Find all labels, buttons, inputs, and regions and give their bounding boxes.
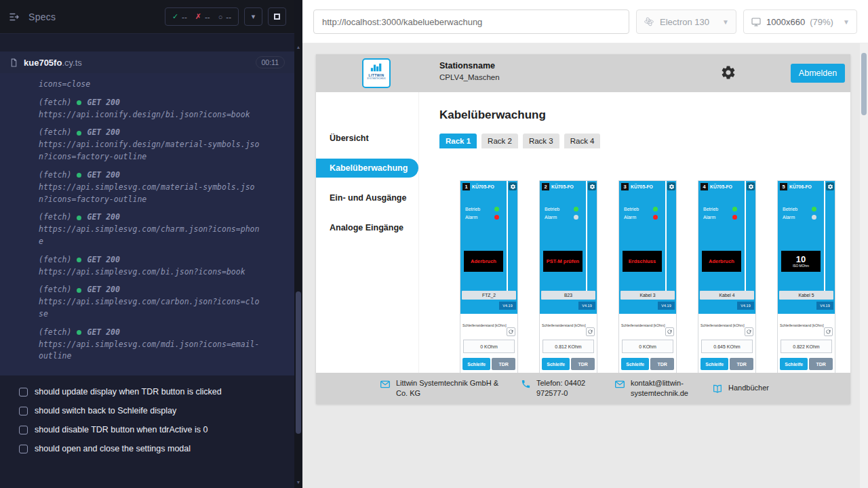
alarm-row: Alarm: [545, 215, 578, 220]
log-entry[interactable]: (fetch) GET 200 https://api.simplesvg.co…: [39, 254, 283, 279]
spec-timer: 00:11: [256, 56, 285, 68]
alarm-row: Alarm: [624, 215, 658, 220]
measurement-value: 0 KOhm: [463, 340, 515, 353]
card-settings-icon[interactable]: [588, 182, 596, 190]
preview-scrollbar[interactable]: [860, 43, 868, 488]
passed-check-icon: ✓: [172, 12, 178, 21]
firmware-version: V4.19: [658, 302, 675, 310]
test-title: should switch back to Schleife display: [35, 406, 176, 415]
device-cards: 1 KÜ705-FO Betrieb: [460, 180, 850, 388]
mail-icon: [380, 379, 391, 390]
log-status: GET 200: [87, 254, 119, 266]
logout-button[interactable]: Abmelden: [791, 64, 845, 83]
sidebar-item[interactable]: Ein- und Ausgänge: [316, 188, 418, 207]
rack-tab-label: Rack 3: [529, 137, 553, 145]
refresh-button[interactable]: [586, 327, 595, 336]
log-entry[interactable]: (fetch) GET 200 https://api.iconify.desi…: [39, 127, 283, 163]
url-input[interactable]: [313, 9, 629, 34]
browser-selector[interactable]: Electron 130 ▼: [636, 9, 736, 34]
mode-buttons: Schleife TDR: [701, 358, 753, 370]
log-entry[interactable]: (fetch) GET 200 https://api.simplesvg.co…: [39, 211, 283, 247]
tdr-button[interactable]: TDR: [492, 358, 515, 370]
log-status: GET 200: [87, 327, 119, 339]
reporter-scrollbar[interactable]: ▲ ▼: [294, 0, 302, 488]
scroll-down-icon[interactable]: ▼: [294, 480, 302, 485]
scrollbar-thumb[interactable]: [296, 291, 301, 434]
viewport-selector[interactable]: 1000x660 (79%) ▼: [743, 9, 857, 34]
refresh-button[interactable]: [745, 327, 753, 336]
device-panel: 3 KÜ705-FO Betrieb: [619, 181, 676, 314]
test-state-icon: [19, 426, 28, 434]
alarm-led: [653, 215, 658, 220]
test-item[interactable]: should open and close the settings modal: [19, 439, 294, 458]
card-settings-icon[interactable]: [667, 182, 675, 190]
collapse-all-button[interactable]: ▾: [244, 7, 262, 26]
schleife-button[interactable]: Schleife: [701, 358, 728, 370]
log-entry[interactable]: (fetch) GET 200 https://api.simplesvg.co…: [39, 169, 283, 205]
rack-tab-label: Rack 4: [570, 137, 595, 145]
status-ok-dot-icon: [77, 258, 81, 262]
schleife-button[interactable]: Schleife: [621, 358, 649, 370]
log-entry-head: (fetch) GET 200: [39, 127, 283, 139]
card-number: 3: [621, 183, 629, 190]
status-display: Aderbruch: [702, 251, 741, 272]
refresh-button[interactable]: [507, 327, 515, 336]
preview-scrollbar-thumb[interactable]: [861, 53, 867, 115]
alarm-row: Alarm: [703, 215, 737, 220]
card-settings-icon[interactable]: [826, 182, 834, 190]
cable-name: Kabel 5: [779, 291, 833, 300]
stop-run-button[interactable]: [268, 7, 286, 26]
betrieb-row: Betrieb: [703, 207, 737, 211]
reporter-header: Specs ✓-- ✗-- ○-- ▾: [0, 0, 294, 34]
command-log: icons=close (fetch) GET 200 https://api.…: [0, 73, 294, 375]
card-settings-icon[interactable]: [747, 182, 755, 190]
panel-divider: [507, 181, 508, 291]
panel-divider: [745, 181, 746, 291]
card-number: 5: [780, 183, 787, 190]
log-entry[interactable]: (fetch) GET 200 https://api.simplesvg.co…: [39, 327, 283, 363]
log-entry[interactable]: (fetch) GET 200 https://api.simplesvg.co…: [39, 284, 283, 320]
scroll-up-icon[interactable]: ▲: [294, 45, 302, 49]
rack-tab[interactable]: Rack 3: [523, 134, 559, 148]
sidebar-item-label: Übersicht: [330, 134, 369, 143]
sidebar-item[interactable]: Analoge Eingänge: [316, 218, 418, 237]
app-window: LITTWIN SYSTEMTECHNIK Stationsname CPLV4…: [316, 54, 850, 404]
log-fetch-label: (fetch): [39, 97, 71, 109]
specs-menu-icon[interactable]: [8, 10, 22, 24]
card-model: KÜ705-FO: [551, 184, 574, 189]
schleife-button[interactable]: Schleife: [780, 358, 808, 370]
spec-file-row[interactable]: kue705fo .cy.ts 00:11: [0, 52, 294, 73]
led-block: Betrieb Alarm: [624, 207, 658, 223]
rack-tab[interactable]: Rack 2: [481, 134, 518, 148]
sidebar-item[interactable]: Kabelüberwachung: [316, 159, 418, 178]
cable-name: FTZ_2: [462, 291, 516, 300]
sidebar-item[interactable]: Übersicht: [316, 129, 418, 148]
led-block: Betrieb Alarm: [703, 207, 737, 223]
tdr-button[interactable]: TDR: [571, 358, 595, 370]
rack-tab[interactable]: Rack 4: [564, 134, 601, 148]
rack-tab-label: Rack 2: [488, 137, 512, 145]
test-item[interactable]: should switch back to Schleife display: [19, 401, 294, 420]
log-entry[interactable]: (fetch) GET 200 https://api.iconify.desi…: [39, 97, 283, 121]
footer-manuals[interactable]: Handbücher: [712, 383, 769, 394]
tdr-button[interactable]: TDR: [730, 358, 753, 370]
betrieb-label: Betrieb: [545, 207, 559, 211]
pending-circle-icon: ○: [218, 13, 223, 21]
device-card: 2 KÜ705-FO Betrieb: [539, 180, 597, 388]
device-panel: 1 KÜ705-FO Betrieb: [460, 181, 517, 314]
card-settings-icon[interactable]: [509, 182, 517, 190]
status-text: Erdschluss: [629, 259, 656, 264]
tdr-button[interactable]: TDR: [650, 358, 674, 370]
refresh-button[interactable]: [824, 327, 833, 336]
schleife-button[interactable]: Schleife: [542, 358, 570, 370]
settings-gear-icon[interactable]: [720, 64, 736, 81]
device-panel: 4 KÜ705-FO Betrieb: [698, 181, 755, 314]
test-item[interactable]: should update display when TDR button is…: [19, 382, 294, 401]
status-ok-dot-icon: [77, 330, 81, 335]
refresh-button[interactable]: [665, 327, 674, 336]
test-item[interactable]: should disable TDR button when tdrActive…: [19, 420, 294, 439]
schleife-button[interactable]: Schleife: [462, 358, 490, 370]
tdr-button[interactable]: TDR: [809, 358, 833, 370]
led-block: Betrieb Alarm: [783, 207, 816, 223]
rack-tab[interactable]: Rack 1: [439, 134, 477, 148]
